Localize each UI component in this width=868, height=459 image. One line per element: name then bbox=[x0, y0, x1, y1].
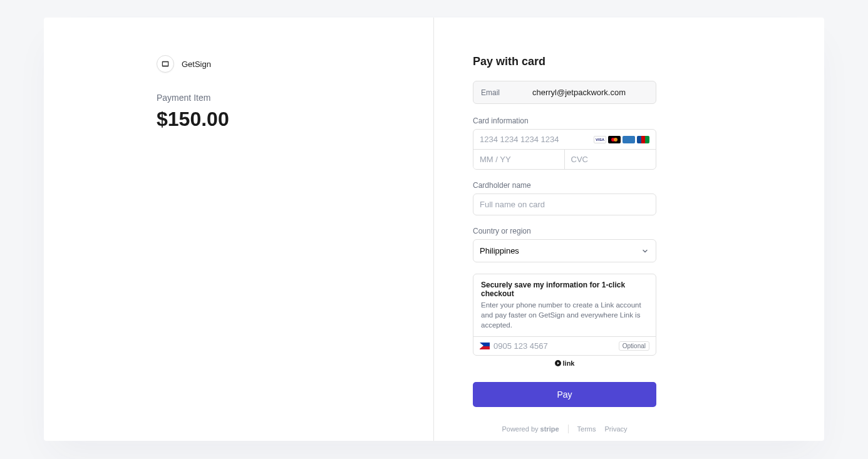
flag-philippines-icon bbox=[480, 343, 490, 349]
svg-rect-1 bbox=[163, 62, 168, 65]
powered-by-text: Powered by bbox=[502, 425, 538, 433]
card-cvc-input[interactable] bbox=[571, 155, 657, 164]
link-title: Securely save my information for 1-click… bbox=[481, 281, 648, 298]
form-panel: Pay with card Email cherryl@jetpackwork.… bbox=[434, 18, 824, 441]
country-select[interactable]: Philippines bbox=[473, 239, 656, 262]
pay-button[interactable]: Pay bbox=[473, 382, 656, 407]
email-value: cherryl@jetpackwork.com bbox=[532, 88, 626, 97]
stripe-logo: stripe bbox=[540, 425, 559, 433]
payment-amount: $150.00 bbox=[157, 108, 433, 131]
email-label: Email bbox=[481, 88, 532, 97]
payment-item-label: Payment Item bbox=[157, 93, 433, 103]
link-brand: link bbox=[473, 359, 656, 367]
link-play-icon bbox=[555, 360, 561, 366]
jcb-icon bbox=[637, 136, 649, 143]
footer: Powered by stripe Terms Privacy bbox=[473, 425, 656, 433]
amex-icon bbox=[623, 136, 635, 143]
card-info-label: Card information bbox=[473, 116, 656, 125]
cardholder-name-input[interactable] bbox=[473, 193, 656, 215]
card-expiry-input[interactable] bbox=[473, 150, 565, 169]
form-heading: Pay with card bbox=[473, 55, 656, 68]
merchant-logo-icon bbox=[157, 55, 174, 73]
link-save-box: Securely save my information for 1-click… bbox=[473, 274, 656, 356]
summary-panel: GetSign Payment Item $150.00 bbox=[44, 18, 434, 441]
card-input-group: VISA bbox=[473, 129, 656, 170]
privacy-link[interactable]: Privacy bbox=[605, 425, 628, 433]
mastercard-icon bbox=[608, 136, 621, 143]
country-label: Country or region bbox=[473, 227, 656, 235]
terms-link[interactable]: Terms bbox=[577, 425, 596, 433]
checkout-container: GetSign Payment Item $150.00 Pay with ca… bbox=[44, 18, 824, 441]
visa-icon: VISA bbox=[594, 136, 606, 143]
link-description: Enter your phone number to create a Link… bbox=[481, 300, 648, 330]
optional-badge: Optional bbox=[619, 341, 649, 351]
email-display: Email cherryl@jetpackwork.com bbox=[473, 81, 656, 104]
card-number-input[interactable] bbox=[480, 135, 594, 144]
merchant-row: GetSign bbox=[157, 55, 433, 73]
phone-input[interactable] bbox=[493, 341, 615, 351]
cardholder-label: Cardholder name bbox=[473, 181, 656, 190]
footer-divider bbox=[568, 425, 569, 433]
merchant-name: GetSign bbox=[182, 59, 211, 69]
card-brand-icons: VISA bbox=[594, 136, 649, 143]
